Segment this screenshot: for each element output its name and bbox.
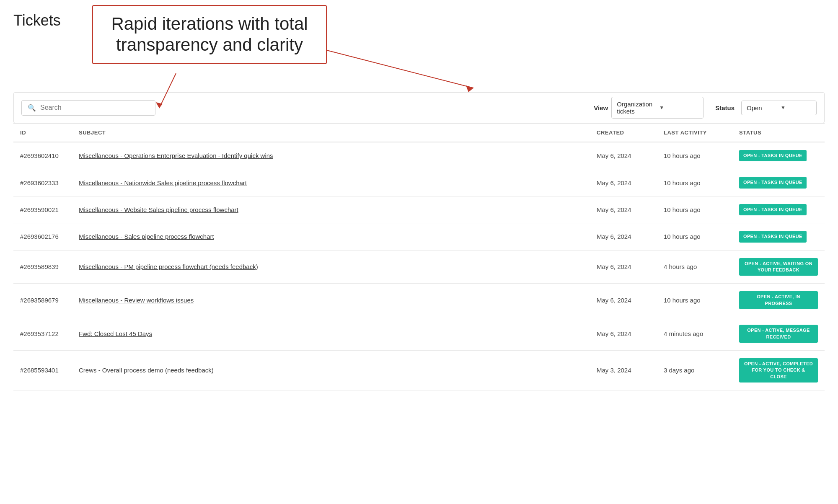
ticket-created: May 3, 2024 bbox=[590, 350, 657, 390]
ticket-last-activity: 10 hours ago bbox=[657, 223, 732, 250]
ticket-last-activity: 10 hours ago bbox=[657, 142, 732, 169]
status-badge: OPEN - ACTIVE, MESSAGE RECEIVED bbox=[739, 325, 818, 343]
status-select-value: Open bbox=[747, 104, 777, 111]
ticket-id: #2693590021 bbox=[13, 196, 72, 223]
table-row: #2693602176Miscellaneous - Sales pipelin… bbox=[13, 223, 825, 250]
view-label: View bbox=[594, 104, 608, 111]
ticket-subject[interactable]: Miscellaneous - Nationwide Sales pipelin… bbox=[72, 169, 590, 196]
tickets-table: ID SUBJECT CREATED LAST ACTIVITY STATUS … bbox=[13, 123, 825, 390]
search-icon: 🔍 bbox=[28, 104, 36, 112]
page-wrapper: Tickets Rapid iterations with total tran… bbox=[0, 0, 838, 504]
chevron-down-icon-status: ▼ bbox=[781, 105, 811, 111]
ticket-created: May 6, 2024 bbox=[590, 196, 657, 223]
svg-marker-3 bbox=[466, 85, 473, 92]
ticket-status-cell: OPEN - TASKS IN QUEUE bbox=[732, 223, 825, 250]
ticket-created: May 6, 2024 bbox=[590, 223, 657, 250]
ticket-status-cell: OPEN - ACTIVE, COMPLETED FOR YOU TO CHEC… bbox=[732, 350, 825, 390]
ticket-id: #2693589679 bbox=[13, 284, 72, 317]
status-badge: OPEN - ACTIVE, WAITING ON YOUR FEEDBACK bbox=[739, 258, 818, 276]
status-badge: OPEN - TASKS IN QUEUE bbox=[739, 150, 807, 161]
ticket-subject[interactable]: Miscellaneous - Website Sales pipeline p… bbox=[72, 196, 590, 223]
ticket-created: May 6, 2024 bbox=[590, 142, 657, 169]
ticket-created: May 6, 2024 bbox=[590, 317, 657, 351]
ticket-status-cell: OPEN - ACTIVE, IN PROGRESS bbox=[732, 284, 825, 317]
view-select[interactable]: Organization tickets ▼ bbox=[611, 97, 704, 119]
col-header-id: ID bbox=[13, 124, 72, 142]
ticket-id: #2693602410 bbox=[13, 142, 72, 169]
col-header-created: CREATED bbox=[590, 124, 657, 142]
ticket-id: #2685593401 bbox=[13, 350, 72, 390]
ticket-created: May 6, 2024 bbox=[590, 284, 657, 317]
ticket-subject[interactable]: Miscellaneous - Review workflows issues bbox=[72, 284, 590, 317]
status-select[interactable]: Open ▼ bbox=[741, 101, 817, 115]
chevron-down-icon: ▼ bbox=[659, 105, 698, 111]
table-row: #2685593401Crews - Overall process demo … bbox=[13, 350, 825, 390]
table-row: #2693590021Miscellaneous - Website Sales… bbox=[13, 196, 825, 223]
ticket-subject[interactable]: Miscellaneous - Sales pipeline process f… bbox=[72, 223, 590, 250]
col-header-status: STATUS bbox=[732, 124, 825, 142]
status-badge: OPEN - ACTIVE, COMPLETED FOR YOU TO CHEC… bbox=[739, 358, 818, 383]
ticket-subject[interactable]: Miscellaneous - Operations Enterprise Ev… bbox=[72, 142, 590, 169]
ticket-created: May 6, 2024 bbox=[590, 169, 657, 196]
status-wrapper: Status Open ▼ bbox=[715, 101, 817, 115]
search-input[interactable] bbox=[40, 104, 132, 111]
table-row: #2693589839Miscellaneous - PM pipeline p… bbox=[13, 250, 825, 284]
ticket-last-activity: 4 hours ago bbox=[657, 250, 732, 284]
status-badge: OPEN - TASKS IN QUEUE bbox=[739, 177, 807, 188]
ticket-last-activity: 10 hours ago bbox=[657, 169, 732, 196]
status-badge: OPEN - ACTIVE, IN PROGRESS bbox=[739, 291, 818, 309]
svg-line-2 bbox=[327, 50, 473, 88]
ticket-subject[interactable]: Miscellaneous - PM pipeline process flow… bbox=[72, 250, 590, 284]
table-row: #2693602333Miscellaneous - Nationwide Sa… bbox=[13, 169, 825, 196]
ticket-status-cell: OPEN - TASKS IN QUEUE bbox=[732, 169, 825, 196]
table-row: #2693537122Fwd: Closed Lost 45 DaysMay 6… bbox=[13, 317, 825, 351]
ticket-last-activity: 4 minutes ago bbox=[657, 317, 732, 351]
ticket-last-activity: 10 hours ago bbox=[657, 284, 732, 317]
table-row: #2693602410Miscellaneous - Operations En… bbox=[13, 142, 825, 169]
page-title: Tickets bbox=[13, 12, 825, 29]
ticket-subject[interactable]: Fwd: Closed Lost 45 Days bbox=[72, 317, 590, 351]
ticket-id: #2693589839 bbox=[13, 250, 72, 284]
ticket-id: #2693602333 bbox=[13, 169, 72, 196]
search-wrapper[interactable]: 🔍 bbox=[21, 100, 155, 116]
ticket-status-cell: OPEN - ACTIVE, WAITING ON YOUR FEEDBACK bbox=[732, 250, 825, 284]
ticket-id: #2693602176 bbox=[13, 223, 72, 250]
status-badge: OPEN - TASKS IN QUEUE bbox=[739, 231, 807, 242]
ticket-last-activity: 3 days ago bbox=[657, 350, 732, 390]
table-header-row: ID SUBJECT CREATED LAST ACTIVITY STATUS bbox=[13, 124, 825, 142]
ticket-last-activity: 10 hours ago bbox=[657, 196, 732, 223]
ticket-id: #2693537122 bbox=[13, 317, 72, 351]
table-row: #2693589679Miscellaneous - Review workfl… bbox=[13, 284, 825, 317]
toolbar: 🔍 View Organization tickets ▼ Status Ope… bbox=[13, 92, 825, 123]
col-header-subject: SUBJECT bbox=[72, 124, 590, 142]
ticket-subject[interactable]: Crews - Overall process demo (needs feed… bbox=[72, 350, 590, 390]
col-header-last-activity: LAST ACTIVITY bbox=[657, 124, 732, 142]
ticket-status-cell: OPEN - TASKS IN QUEUE bbox=[732, 142, 825, 169]
status-badge: OPEN - TASKS IN QUEUE bbox=[739, 204, 807, 215]
ticket-status-cell: OPEN - ACTIVE, MESSAGE RECEIVED bbox=[732, 317, 825, 351]
ticket-status-cell: OPEN - TASKS IN QUEUE bbox=[732, 196, 825, 223]
status-label: Status bbox=[715, 104, 735, 111]
ticket-created: May 6, 2024 bbox=[590, 250, 657, 284]
view-select-value: Organization tickets bbox=[617, 101, 656, 115]
